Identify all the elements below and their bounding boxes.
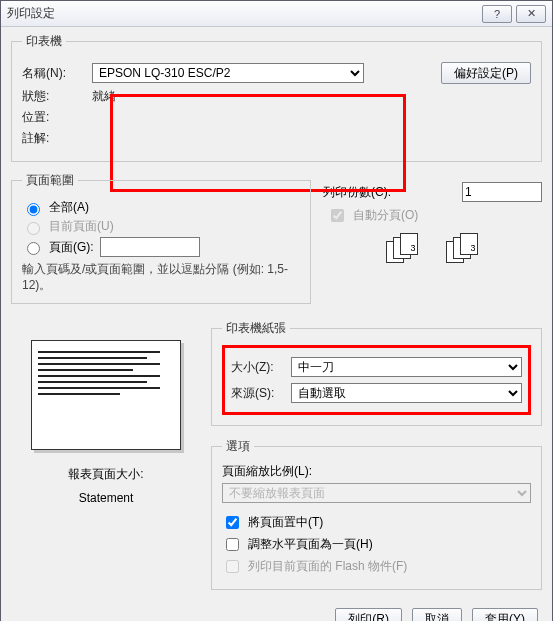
print-settings-dialog: 列印設定 ? ✕ 印表機 名稱(N): EPSON LQ-310 ESC/P2 …: [0, 0, 553, 621]
fit-horiz-checkbox[interactable]: [226, 538, 239, 551]
range-current-radio: [27, 222, 40, 235]
range-current-row: 目前頁面(U): [22, 218, 300, 235]
range-hint: 輸入頁碼及/或頁面範圍，並以逗點分隔 (例如: 1,5-12)。: [22, 261, 300, 293]
highlight-paper: 大小(Z): 中一刀 來源(S): 自動選取: [222, 345, 531, 415]
range-pages-row[interactable]: 頁面(G):: [22, 237, 300, 257]
range-all-row[interactable]: 全部(A): [22, 199, 300, 216]
printer-comment-label: 註解:: [22, 130, 92, 147]
printer-group: 印表機 名稱(N): EPSON LQ-310 ESC/P2 偏好設定(P) 狀…: [11, 33, 542, 162]
help-button[interactable]: ?: [482, 5, 512, 23]
collate-icon-b: 1 2 3: [446, 233, 480, 265]
options-group: 選項 頁面縮放比例(L): 不要縮放報表頁面 將頁面置中(T) 調整水平頁面為一…: [211, 438, 542, 590]
preview-column: 報表頁面大小: Statement: [11, 320, 201, 600]
range-legend: 頁面範圍: [22, 172, 78, 189]
printer-location-label: 位置:: [22, 109, 92, 126]
scale-select: 不要縮放報表頁面: [222, 483, 531, 503]
apply-button[interactable]: 套用(Y): [472, 608, 538, 621]
range-all-label: 全部(A): [49, 199, 89, 216]
preview-value: Statement: [11, 491, 201, 505]
collate-row: 自動分頁(O): [327, 206, 542, 225]
printer-status-label: 狀態:: [22, 88, 92, 105]
center-checkbox[interactable]: [226, 516, 239, 529]
titlebar: 列印設定 ? ✕: [1, 1, 552, 27]
paper-legend: 印表機紙張: [222, 320, 290, 337]
fit-horiz-row[interactable]: 調整水平頁面為一頁(H): [222, 535, 531, 554]
paper-source-label: 來源(S):: [231, 385, 291, 402]
options-legend: 選項: [222, 438, 254, 455]
close-button[interactable]: ✕: [516, 5, 546, 23]
collate-icon-a: 1 2 3: [386, 233, 420, 265]
range-all-radio[interactable]: [27, 203, 40, 216]
copies-label: 列印份數(C):: [323, 184, 462, 201]
printer-legend: 印表機: [22, 33, 66, 50]
center-row[interactable]: 將頁面置中(T): [222, 513, 531, 532]
collate-label: 自動分頁(O): [353, 207, 418, 224]
preferences-button[interactable]: 偏好設定(P): [441, 62, 531, 84]
flash-checkbox: [226, 560, 239, 573]
page-range-group: 頁面範圍 全部(A) 目前頁面(U) 頁面(G): 輸入頁碼及/或頁面範圍，並以…: [11, 172, 311, 304]
center-label: 將頁面置中(T): [248, 514, 323, 531]
copies-input[interactable]: [462, 182, 542, 202]
dialog-footer: 列印(R) 取消 套用(Y): [11, 600, 542, 621]
range-pages-radio[interactable]: [27, 242, 40, 255]
printer-status-value: 就緒: [92, 88, 116, 105]
printer-name-label: 名稱(N):: [22, 65, 92, 82]
collate-checkbox: [331, 209, 344, 222]
paper-size-select[interactable]: 中一刀: [291, 357, 522, 377]
fit-horiz-label: 調整水平頁面為一頁(H): [248, 536, 373, 553]
flash-row: 列印目前頁面的 Flash 物件(F): [222, 557, 531, 576]
range-pages-input[interactable]: [100, 237, 200, 257]
printer-name-select[interactable]: EPSON LQ-310 ESC/P2: [92, 63, 364, 83]
preview-title: 報表頁面大小:: [11, 466, 201, 483]
paper-size-label: 大小(Z):: [231, 359, 291, 376]
window-title: 列印設定: [7, 5, 478, 22]
paper-source-select[interactable]: 自動選取: [291, 383, 522, 403]
page-preview: [31, 340, 181, 450]
flash-label: 列印目前頁面的 Flash 物件(F): [248, 558, 407, 575]
print-button[interactable]: 列印(R): [335, 608, 402, 621]
range-current-label: 目前頁面(U): [49, 218, 114, 235]
range-pages-label: 頁面(G):: [49, 239, 94, 256]
paper-group: 印表機紙張 大小(Z): 中一刀 來源(S): 自動選取: [211, 320, 542, 426]
cancel-button[interactable]: 取消: [412, 608, 462, 621]
scale-label: 頁面縮放比例(L):: [222, 463, 531, 480]
